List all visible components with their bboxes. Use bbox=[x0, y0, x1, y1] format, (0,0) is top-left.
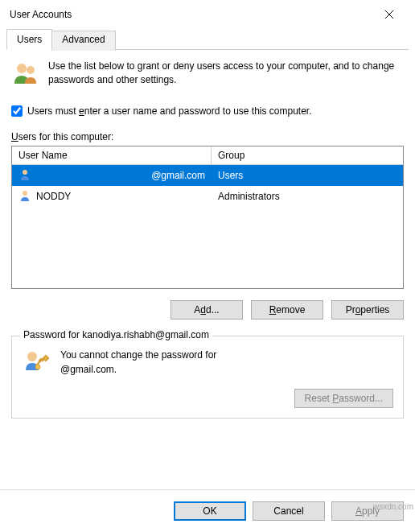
table-row[interactable]: @gmail.com Users bbox=[12, 165, 403, 186]
users-icon bbox=[11, 60, 40, 91]
table-row[interactable]: NODDY Administrators bbox=[12, 186, 403, 207]
tab-users[interactable]: Users bbox=[6, 29, 52, 50]
window-title: User Accounts bbox=[10, 9, 72, 20]
reset-password-button: Reset Password... bbox=[294, 389, 393, 408]
svg-point-3 bbox=[23, 191, 27, 196]
user-icon bbox=[18, 168, 31, 184]
svg-point-1 bbox=[27, 66, 35, 74]
intro-text: Use the list below to grant or deny user… bbox=[48, 60, 404, 87]
add-button[interactable]: Add... bbox=[171, 300, 243, 320]
properties-button[interactable]: Properties bbox=[331, 300, 404, 320]
must-enter-password-row: Users must enter a user name and passwor… bbox=[11, 105, 404, 117]
table-header: User Name Group bbox=[12, 146, 403, 165]
column-header-group[interactable]: Group bbox=[212, 146, 403, 164]
ok-button[interactable]: OK bbox=[174, 501, 246, 521]
password-groupbox: Password for kanodiya.rishabh@gmail.com … bbox=[11, 336, 404, 419]
svg-point-4 bbox=[27, 352, 37, 361]
close-icon bbox=[384, 10, 394, 19]
titlebar: User Accounts bbox=[0, 0, 415, 29]
must-enter-password-checkbox[interactable] bbox=[11, 105, 23, 117]
svg-point-5 bbox=[35, 365, 40, 369]
group-cell: Administrators bbox=[212, 189, 403, 204]
tab-content: Use the list below to grant or deny user… bbox=[0, 50, 415, 428]
dialog-buttons: OK Cancel Apply bbox=[174, 501, 404, 521]
username-cell: @gmail.com bbox=[151, 170, 205, 181]
watermark: wsxdn.com bbox=[373, 502, 413, 511]
cancel-button[interactable]: Cancel bbox=[253, 501, 325, 521]
password-text: You cannot change the password for @gmai… bbox=[60, 348, 216, 377]
users-table[interactable]: User Name Group @gmail.com Users NODDY A… bbox=[11, 146, 404, 289]
svg-point-0 bbox=[17, 64, 27, 73]
svg-point-2 bbox=[23, 170, 27, 175]
password-groupbox-title: Password for kanodiya.rishabh@gmail.com bbox=[20, 329, 212, 340]
password-line2: @gmail.com. bbox=[60, 362, 216, 377]
user-buttons-row: Add... Remove Properties bbox=[11, 300, 404, 320]
column-header-username[interactable]: User Name bbox=[12, 146, 212, 164]
close-button[interactable] bbox=[373, 3, 405, 26]
password-line1: You cannot change the password for bbox=[60, 348, 216, 362]
tab-advanced[interactable]: Advanced bbox=[51, 31, 115, 51]
separator bbox=[0, 489, 415, 490]
username-cell: NODDY bbox=[36, 191, 71, 202]
must-enter-password-label: Users must enter a user name and passwor… bbox=[27, 105, 312, 117]
intro-section: Use the list below to grant or deny user… bbox=[11, 60, 404, 91]
user-icon bbox=[18, 189, 31, 204]
users-for-computer-label: Users for this computer: bbox=[11, 131, 404, 142]
group-cell: Users bbox=[212, 168, 403, 183]
remove-button[interactable]: Remove bbox=[251, 300, 323, 320]
tab-bar: Users Advanced bbox=[6, 29, 409, 50]
key-icon bbox=[22, 348, 51, 379]
